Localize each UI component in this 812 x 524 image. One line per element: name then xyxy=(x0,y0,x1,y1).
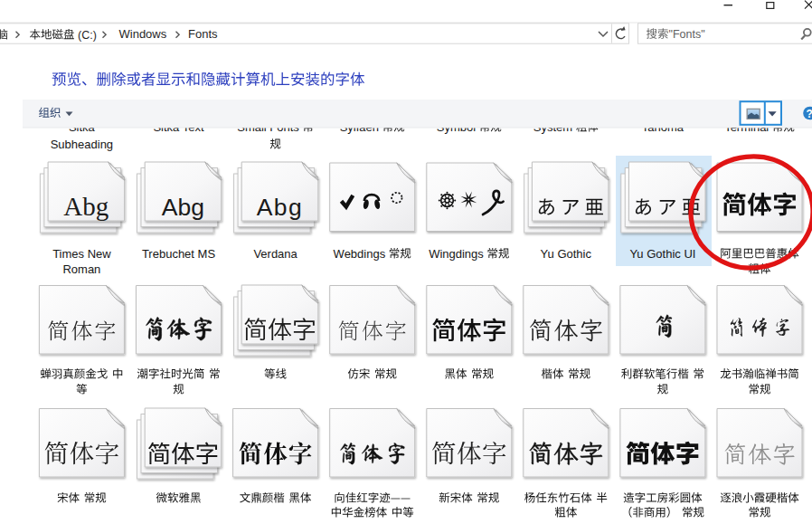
svg-text:Windows: Windows xyxy=(119,27,167,41)
svg-text:Times New: Times New xyxy=(52,247,111,261)
svg-text:"Fonts": "Fonts" xyxy=(669,28,705,41)
svg-text:Trebuchet MS: Trebuchet MS xyxy=(142,247,215,261)
svg-text:Abg: Abg xyxy=(257,194,304,221)
svg-text:Yu Gothic: Yu Gothic xyxy=(541,247,592,261)
svg-text:Fonts: Fonts xyxy=(188,27,218,41)
svg-text:Webdings: Webdings xyxy=(334,247,386,261)
svg-text:Wingdings: Wingdings xyxy=(429,247,484,261)
svg-text:Roman: Roman xyxy=(62,262,100,276)
svg-text:Abg: Abg xyxy=(162,194,204,221)
svg-text:(C:): (C:) xyxy=(78,29,97,42)
svg-text:?: ? xyxy=(807,108,812,120)
svg-text:Verdana: Verdana xyxy=(253,247,297,261)
svg-text:Subheading: Subheading xyxy=(51,138,113,151)
svg-text:Abg: Abg xyxy=(63,192,109,221)
svg-text:Yu Gothic UI: Yu Gothic UI xyxy=(629,247,695,261)
